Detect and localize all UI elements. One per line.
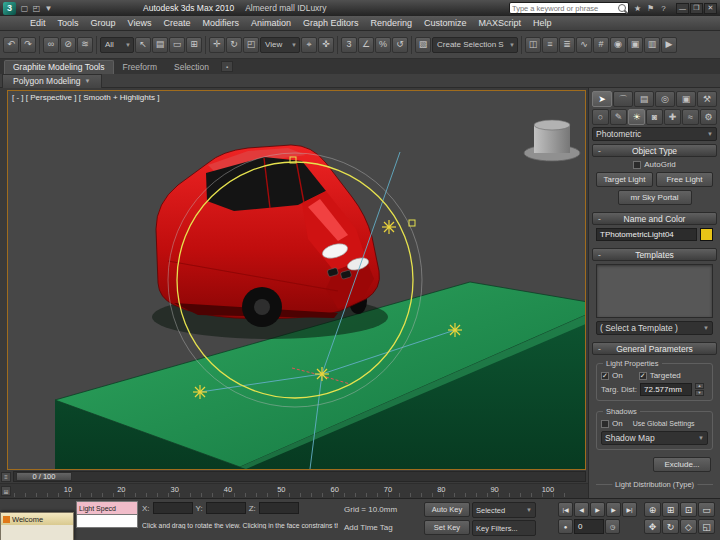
menu-item[interactable]: Create bbox=[157, 18, 196, 28]
angle-snap-icon[interactable]: ∠ bbox=[358, 37, 374, 53]
photometric-light-icon[interactable] bbox=[193, 385, 207, 399]
targ-dist-field[interactable]: 72.577mm bbox=[640, 383, 692, 396]
schematic-view-icon[interactable]: # bbox=[593, 37, 609, 53]
play-animation-button[interactable]: ▶ bbox=[590, 502, 605, 517]
light-type-dropdown[interactable]: Photometric▼ bbox=[592, 127, 717, 141]
create-tab-icon[interactable]: ➤ bbox=[592, 91, 612, 107]
autogrid-checkbox[interactable] bbox=[633, 161, 641, 169]
layer-manager-icon[interactable]: ≣ bbox=[559, 37, 575, 53]
select-and-scale-icon[interactable]: ◰ bbox=[243, 37, 259, 53]
align-icon[interactable]: ≡ bbox=[542, 37, 558, 53]
menu-item[interactable]: Graph Editors bbox=[297, 18, 365, 28]
save-file-icon[interactable]: ▼ bbox=[43, 3, 54, 14]
maximize-button[interactable]: ❐ bbox=[690, 3, 703, 14]
zoom-all-icon[interactable]: ⊞ bbox=[662, 502, 679, 517]
render-setup-icon[interactable]: ▣ bbox=[627, 37, 643, 53]
listener-line[interactable] bbox=[76, 515, 138, 528]
percent-snap-icon[interactable]: % bbox=[375, 37, 391, 53]
y-coordinate-field[interactable] bbox=[206, 502, 246, 514]
exclude-button[interactable]: Exclude... bbox=[653, 457, 711, 472]
menu-item[interactable]: Views bbox=[122, 18, 158, 28]
select-and-link-icon[interactable]: ∞ bbox=[43, 37, 59, 53]
time-slider-handle[interactable]: 0 / 100 bbox=[16, 472, 72, 481]
use-pivot-point-icon[interactable]: ⌖ bbox=[301, 37, 317, 53]
snaps-toggle-icon[interactable]: 3 bbox=[341, 37, 357, 53]
rendered-frame-icon[interactable]: ▥ bbox=[644, 37, 660, 53]
key-selection-dropdown[interactable]: Selected▼ bbox=[472, 502, 536, 518]
photometric-light-icon[interactable] bbox=[315, 367, 329, 381]
zoom-icon[interactable]: ⊕ bbox=[644, 502, 661, 517]
name-color-rollout-header[interactable]: -Name and Color bbox=[592, 212, 717, 225]
key-filters-button[interactable]: Key Filters... bbox=[472, 520, 536, 536]
geometry-category-icon[interactable]: ○ bbox=[592, 109, 609, 125]
menu-item[interactable]: Customize bbox=[418, 18, 473, 28]
helpers-category-icon[interactable]: ✚ bbox=[664, 109, 681, 125]
search-icon[interactable] bbox=[618, 4, 626, 12]
free-light-button[interactable]: Free Light bbox=[656, 172, 713, 187]
templates-rollout-header[interactable]: -Templates bbox=[592, 248, 717, 261]
polygon-modeling-panel-tab[interactable]: Polygon Modeling▼ bbox=[2, 74, 102, 88]
menu-item[interactable]: Help bbox=[527, 18, 558, 28]
pan-icon[interactable]: ✥ bbox=[644, 519, 661, 534]
mr-sky-portal-button[interactable]: mr Sky Portal bbox=[618, 190, 692, 205]
targeted-checkbox[interactable]: ✓ bbox=[639, 372, 647, 380]
select-and-manipulate-icon[interactable]: ✜ bbox=[318, 37, 334, 53]
maxscript-mini-listener[interactable]: Light Specd bbox=[76, 501, 138, 528]
photometric-light-icon[interactable] bbox=[382, 220, 396, 234]
systems-category-icon[interactable]: ⚙ bbox=[700, 109, 717, 125]
next-frame-button[interactable]: ▶ bbox=[606, 502, 621, 517]
hierarchy-tab-icon[interactable]: ▤ bbox=[634, 91, 654, 107]
render-production-icon[interactable]: ▶ bbox=[661, 37, 677, 53]
maximize-viewport-icon[interactable]: ◱ bbox=[698, 519, 715, 534]
shapes-category-icon[interactable]: ✎ bbox=[610, 109, 627, 125]
selection-filter-dropdown[interactable]: All▼ bbox=[100, 37, 134, 53]
ribbon-tab[interactable]: Selection bbox=[166, 61, 217, 74]
ribbon-tab[interactable]: Freeform bbox=[115, 61, 165, 74]
redo-icon[interactable]: ↷ bbox=[20, 37, 36, 53]
menu-item[interactable]: Modifiers bbox=[196, 18, 245, 28]
infocenter-star-icon[interactable]: ★ bbox=[632, 3, 643, 14]
new-scene-icon[interactable]: ▢ bbox=[19, 3, 30, 14]
motion-tab-icon[interactable]: ◎ bbox=[655, 91, 675, 107]
key-mode-toggle-button[interactable]: ● bbox=[558, 519, 573, 534]
menu-item[interactable]: Group bbox=[85, 18, 122, 28]
targ-dist-spinner[interactable]: ▲▼ bbox=[695, 383, 704, 396]
use-global-settings-label[interactable]: Use Global Settings bbox=[633, 420, 695, 427]
open-file-icon[interactable]: ◰ bbox=[31, 3, 42, 14]
help-icon[interactable]: ? bbox=[658, 3, 669, 14]
spinner-snap-icon[interactable]: ↺ bbox=[392, 37, 408, 53]
template-select-dropdown[interactable]: ( Select a Template )▼ bbox=[596, 321, 713, 335]
fov-icon[interactable]: ◇ bbox=[680, 519, 697, 534]
selection-region-icon[interactable]: ▭ bbox=[169, 37, 185, 53]
auto-key-button[interactable]: Auto Key bbox=[424, 502, 470, 517]
application-menu-button[interactable]: 3 bbox=[3, 2, 16, 15]
current-frame-field[interactable]: 0 bbox=[574, 519, 604, 534]
select-object-icon[interactable]: ↖ bbox=[135, 37, 151, 53]
close-button[interactable]: ✕ bbox=[704, 3, 717, 14]
track-bar-toggle-button[interactable]: ⊞ bbox=[1, 486, 11, 496]
menu-item[interactable]: Tools bbox=[52, 18, 85, 28]
spacewarps-category-icon[interactable]: ≈ bbox=[682, 109, 699, 125]
z-coordinate-field[interactable] bbox=[259, 502, 299, 514]
minimize-button[interactable]: — bbox=[676, 3, 689, 14]
general-parameters-rollout-header[interactable]: -General Parameters bbox=[592, 342, 717, 355]
material-editor-icon[interactable]: ◉ bbox=[610, 37, 626, 53]
communication-center-icon[interactable]: ⚑ bbox=[645, 3, 656, 14]
edit-named-selection-sets-icon[interactable]: ▧ bbox=[415, 37, 431, 53]
previous-frame-button[interactable]: ◀ bbox=[574, 502, 589, 517]
ribbon-tab[interactable]: Graphite Modeling Tools bbox=[4, 60, 114, 74]
ribbon-minimize-icon[interactable]: ▪ bbox=[221, 61, 233, 72]
shadows-on-checkbox[interactable] bbox=[601, 420, 609, 428]
named-selection-set-dropdown[interactable]: Create Selection S▼ bbox=[432, 37, 518, 53]
menu-item[interactable]: Edit bbox=[24, 18, 52, 28]
menu-item[interactable]: MAXScript bbox=[473, 18, 528, 28]
search-input[interactable] bbox=[512, 3, 616, 13]
shadow-map-dropdown[interactable]: Shadow Map▼ bbox=[601, 431, 708, 445]
select-and-rotate-icon[interactable]: ↻ bbox=[226, 37, 242, 53]
time-slider-track[interactable]: 0 / 100 bbox=[13, 471, 586, 482]
time-configuration-button[interactable]: ◷ bbox=[605, 519, 620, 534]
orbit-icon[interactable]: ↻ bbox=[662, 519, 679, 534]
open-mini-curve-editor-button[interactable]: ≡ bbox=[1, 472, 11, 482]
welcome-window[interactable]: Welcome bbox=[0, 512, 74, 540]
x-coordinate-field[interactable] bbox=[153, 502, 193, 514]
